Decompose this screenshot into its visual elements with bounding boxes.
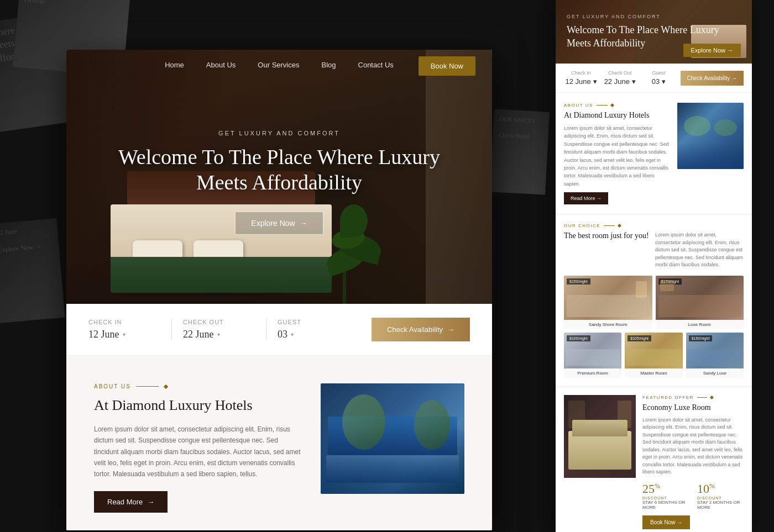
checkout-value: 22 June xyxy=(183,329,214,340)
room-card-master[interactable]: $105/night Master Room xyxy=(625,333,682,378)
right-rooms-desc: Lorem ipsum dolor sit amet, consectetur … xyxy=(655,231,744,269)
nav-services[interactable]: Our Services xyxy=(258,61,299,69)
about-photo xyxy=(321,383,464,494)
room-name-premium: Premium Room xyxy=(564,368,621,378)
hero-content: GET LUXURY AND COMFORT Welcome To The Pl… xyxy=(113,130,445,235)
right-hero: GET LUXURY AND COMFORT Welcome To The Pl… xyxy=(556,0,752,64)
discount-label-1: DISCOUNT xyxy=(642,496,689,500)
discount-pct-2: 10% xyxy=(697,482,744,496)
eyebrow-line xyxy=(137,386,159,387)
featured-book-now-button[interactable]: Book Now → xyxy=(642,515,690,529)
right-about-body: Lorem ipsum dolor sit amet, consectetur … xyxy=(564,124,671,188)
room-card-luxe[interactable]: $170/night Luxe Room xyxy=(656,276,744,329)
room-price-premium: $100/night xyxy=(567,335,590,341)
navigation: Home About Us Our Services Blog Contact … xyxy=(66,50,492,80)
room-price-sandy-lux: $160/night xyxy=(689,335,713,341)
guest-arrow: ▾ xyxy=(291,331,294,338)
right-about-photo xyxy=(677,103,744,169)
featured-eyebrow: FEATURED OFFER xyxy=(642,395,744,400)
about-title: At Diamond Luxury Hotels xyxy=(94,396,304,415)
right-booking-bar: Check In 12 June ▾ Check Out 22 June ▾ G… xyxy=(556,64,752,93)
rooms-bottom-row: $100/night Premium Room $105/night Maste… xyxy=(564,333,744,378)
rooms-top-row: $150/night Sandy Shore Room $170/night L… xyxy=(564,276,744,329)
right-guest-field[interactable]: Guest 03 ▾ xyxy=(641,70,676,86)
discount-pct-1: 25% xyxy=(642,482,689,496)
right-about-eyebrow: ABOUT US xyxy=(564,103,671,108)
discount-label-2: DISCOUNT xyxy=(697,496,744,500)
right-rooms-section: OUR CHOICE The best room just for you! L… xyxy=(556,215,752,387)
right-rooms-header: The best room just for you! Lorem ipsum … xyxy=(564,231,744,269)
right-hero-title: Welcome To The Place Where Luxury Meets … xyxy=(567,24,741,50)
hero-section: Home About Us Our Services Blog Contact … xyxy=(66,50,492,304)
right-featured-section: FEATURED OFFER Economy Luxe Room Lorem i… xyxy=(556,387,752,532)
nav-about[interactable]: About Us xyxy=(206,61,236,69)
booking-bar: Check in 12 June ▾ Check out 22 June ▾ G… xyxy=(66,304,492,356)
room-name-sandy-lux: Sandy Luxe xyxy=(686,368,744,378)
read-more-button[interactable]: Read More → xyxy=(94,491,168,513)
checkout-field[interactable]: Check out 22 June ▾ xyxy=(172,319,266,340)
featured-room-image xyxy=(564,395,636,478)
room-card-sandy-lux[interactable]: $160/night Sandy Luxe xyxy=(686,333,744,378)
about-body: Lorem ipsum dolor sit amet, consectetur … xyxy=(94,424,304,480)
room-name-luxe: Luxe Room xyxy=(656,320,744,329)
right-read-more-button[interactable]: Read More → xyxy=(564,192,608,204)
featured-text: FEATURED OFFER Economy Luxe Room Lorem i… xyxy=(642,395,744,529)
featured-title: Economy Luxe Room xyxy=(642,403,744,412)
right-rooms-eyebrow: OUR CHOICE xyxy=(564,223,744,228)
hero-eyebrow: GET LUXURY AND COMFORT xyxy=(113,130,445,136)
room-price-sandy: $150/night xyxy=(567,278,590,285)
about-section: ABOUT US At Diamond Luxury Hotels Lorem … xyxy=(66,356,492,530)
right-rooms-eyebrow-line xyxy=(604,225,615,226)
checkin-field[interactable]: Check in 12 June ▾ xyxy=(88,319,172,340)
nav-home[interactable]: Home xyxy=(165,61,184,69)
room-name-master: Master Room xyxy=(625,368,682,378)
checkout-label: Check out xyxy=(183,319,255,325)
main-website-mockup: Home About Us Our Services Blog Contact … xyxy=(66,50,492,530)
room-price-master: $105/night xyxy=(627,335,651,341)
discount-block-1: 25% DISCOUNT STAY 6 MONTHS OR MORE xyxy=(642,482,689,510)
room-name-sandy: Sandy Shore Room xyxy=(564,320,652,329)
right-hero-eyebrow: GET LUXURY AND COMFORT xyxy=(567,14,741,19)
checkout-arrow: ▾ xyxy=(217,331,220,338)
right-checkout-field[interactable]: Check Out 22 June ▾ xyxy=(603,70,637,86)
room-card-sandy[interactable]: $150/night Sandy Shore Room xyxy=(564,276,652,329)
discount-row: 25% DISCOUNT STAY 6 MONTHS OR MORE 10% D… xyxy=(642,482,744,510)
checkin-value: 12 June xyxy=(88,329,119,340)
about-text: ABOUT US At Diamond Luxury Hotels Lorem … xyxy=(94,383,304,513)
discount-sub-2: STAY 2 MONTHS OR MORE xyxy=(697,500,744,510)
right-eyebrow-line xyxy=(597,105,608,106)
check-availability-button[interactable]: Check Availability → xyxy=(372,318,470,341)
featured-eyebrow-line xyxy=(697,397,707,398)
discount-block-2: 10% DISCOUNT STAY 2 MONTHS OR MORE xyxy=(697,482,744,510)
hero-title: Welcome To The Place Where Luxury Meets … xyxy=(113,145,445,195)
checkin-arrow: ▾ xyxy=(123,331,125,338)
discount-sub-1: STAY 6 MONTHS OR MORE xyxy=(642,500,689,510)
about-eyebrow: ABOUT US xyxy=(94,383,304,389)
nav-blog[interactable]: Blog xyxy=(321,61,336,69)
right-panel-mockup: GET LUXURY AND COMFORT Welcome To The Pl… xyxy=(556,0,752,532)
right-checkin-field[interactable]: Check In 12 June ▾ xyxy=(564,70,598,86)
book-now-button[interactable]: Book Now xyxy=(419,56,475,76)
nav-contact[interactable]: Contact Us xyxy=(358,61,394,69)
right-check-availability-button[interactable]: Check Availability → xyxy=(681,71,744,86)
room-card-premium[interactable]: $100/night Premium Room xyxy=(564,333,621,378)
featured-eyebrow-diamond xyxy=(710,396,714,399)
right-rooms-title: The best room just for you! xyxy=(564,231,649,240)
guest-field[interactable]: Guest 03 ▾ xyxy=(266,319,360,340)
checkin-label: Check in xyxy=(88,319,160,325)
explore-now-button[interactable]: Explore Now → xyxy=(235,212,323,235)
eyebrow-diamond xyxy=(164,384,168,388)
guest-value: 03 xyxy=(278,329,287,340)
right-about-text: ABOUT US At Diamond Luxury Hotels Lorem … xyxy=(564,103,671,204)
right-rooms-diamond xyxy=(618,224,621,228)
about-image xyxy=(321,383,464,513)
right-about-section: ABOUT US At Diamond Luxury Hotels Lorem … xyxy=(556,93,752,215)
right-eyebrow-diamond xyxy=(610,103,614,107)
guest-label: Guest xyxy=(278,319,349,325)
featured-desc: Lorem ipsum dolor sit amet, consectetur … xyxy=(642,417,744,476)
right-about-title: At Diamond Luxury Hotels xyxy=(564,111,671,120)
